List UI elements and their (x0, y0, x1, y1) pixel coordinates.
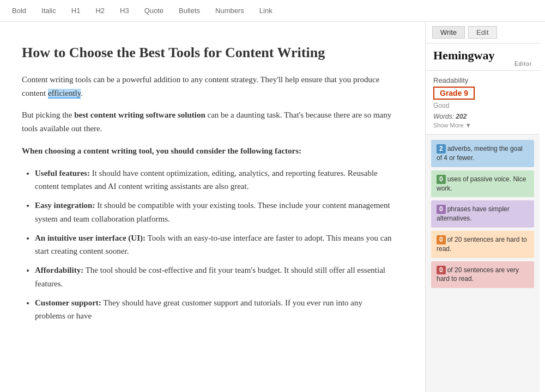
sidebar: Write Edit Hemingway Editor Readability … (425, 22, 540, 392)
bold-phrase: best content writing software solution (74, 111, 205, 119)
stat-number: 0 (437, 205, 446, 214)
list-item: Customer support: They should have great… (35, 296, 392, 323)
paragraph-1: Content writing tools can be a powerful … (22, 73, 392, 100)
write-mode-button[interactable]: Write (432, 26, 465, 39)
stat-number: 2 (437, 144, 446, 154)
readability-label: Readability (433, 76, 532, 84)
h2-button[interactable]: H2 (94, 4, 106, 17)
italic-button[interactable]: Italic (40, 4, 57, 17)
toolbar: Bold Italic H1 H2 H3 Quote Bullets Numbe… (0, 0, 545, 22)
features-list: Useful features: It should have content … (35, 167, 392, 323)
chevron-down-icon: ▼ (465, 122, 471, 128)
bold-button[interactable]: Bold (11, 4, 27, 17)
link-button[interactable]: Link (258, 4, 274, 17)
stat-text: of 20 sentences are hard to read. (437, 236, 527, 253)
list-item-bold: Customer support: (35, 298, 101, 307)
words-count: 202 (456, 113, 467, 120)
list-item-bold: Affordability: (35, 266, 83, 274)
stat-text: phrases have simpler alternatives. (437, 205, 510, 222)
highlighted-word: efficiently (48, 89, 81, 99)
words-label: Words: (433, 113, 454, 120)
numbers-button[interactable]: Numbers (214, 4, 245, 17)
stat-number: 0 (437, 235, 446, 244)
stat-card: 2adverbs, meeting the goal of 4 or fewer… (431, 140, 534, 167)
grade-badge: Grade 9 (433, 87, 475, 100)
grade-quality: Good (433, 102, 532, 109)
readability-section: Readability Grade 9 Good Words: 202 Show… (426, 71, 540, 134)
stat-text: uses of passive voice. Nice work. (437, 175, 526, 192)
list-item: Affordability: The tool should be cost-e… (35, 264, 392, 291)
stat-card: 0of 20 sentences are very hard to read. (431, 261, 534, 289)
show-more-button[interactable]: Show More ▼ (433, 122, 532, 128)
hemingway-brand: Hemingway Editor (426, 44, 540, 71)
list-item-bold: An intuitive user interface (UI): (35, 234, 146, 242)
h1-button[interactable]: H1 (70, 4, 82, 17)
list-item-bold: Easy integration: (35, 201, 95, 210)
edit-mode-button[interactable]: Edit (468, 26, 496, 39)
h3-button[interactable]: H3 (119, 4, 130, 17)
hemingway-title: Hemingway (433, 49, 532, 62)
quote-button[interactable]: Quote (143, 4, 165, 17)
list-item-bold: Useful features: (35, 169, 90, 177)
list-item: Useful features: It should have content … (35, 167, 392, 194)
stat-number: 0 (437, 266, 446, 275)
list-item: Easy integration: It should be compatibl… (35, 199, 392, 226)
stat-card: 0uses of passive voice. Nice work. (431, 170, 534, 198)
stat-text: of 20 sentences are very hard to read. (437, 266, 519, 283)
editor-area[interactable]: How to Choose the Best Tools for Content… (0, 22, 425, 392)
list-item: An intuitive user interface (UI): Tools … (35, 231, 392, 259)
sidebar-mode-switcher: Write Edit (426, 22, 540, 44)
bullets-button[interactable]: Bullets (178, 4, 201, 17)
show-more-label: Show More (433, 122, 464, 128)
article-title: How to Choose the Best Tools for Content… (22, 44, 392, 62)
bold-phrase-2: When choosing a content writing tool, yo… (22, 146, 301, 155)
stats-cards: 2adverbs, meeting the goal of 4 or fewer… (426, 134, 540, 392)
stat-card: 0of 20 sentences are hard to read. (431, 231, 534, 258)
stat-text: adverbs, meeting the goal of 4 or fewer. (437, 145, 523, 162)
paragraph-2: But picking the best content writing sof… (22, 108, 392, 136)
stat-card: 0phrases have simpler alternatives. (431, 200, 534, 228)
article-body: Content writing tools can be a powerful … (22, 73, 392, 323)
main-layout: How to Choose the Best Tools for Content… (0, 22, 545, 392)
paragraph-3: When choosing a content writing tool, yo… (22, 144, 392, 158)
word-count-line: Words: 202 (433, 113, 532, 120)
stat-number: 0 (437, 175, 446, 184)
